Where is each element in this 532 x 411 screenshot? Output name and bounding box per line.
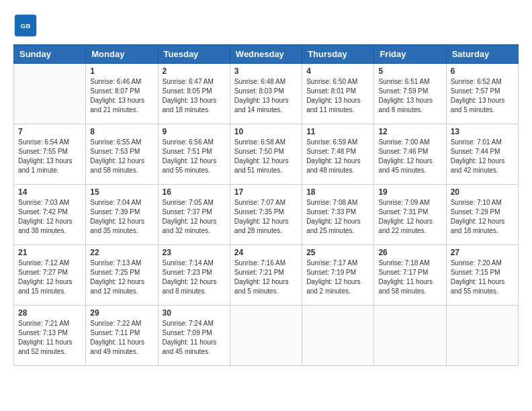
- day-info: Sunrise: 7:14 AM Sunset: 7:23 PM Dayligh…: [163, 259, 226, 296]
- day-info: Sunrise: 7:00 AM Sunset: 7:46 PM Dayligh…: [378, 138, 441, 175]
- day-info: Sunrise: 6:47 AM Sunset: 8:05 PM Dayligh…: [163, 77, 226, 115]
- day-number: 15: [90, 187, 153, 197]
- calendar-cell: 28Sunrise: 7:21 AM Sunset: 7:13 PM Dayli…: [14, 306, 86, 366]
- calendar-cell: 14Sunrise: 7:03 AM Sunset: 7:42 PM Dayli…: [14, 185, 86, 245]
- day-number: 7: [18, 127, 81, 136]
- calendar: SundayMondayTuesdayWednesdayThursdayFrid…: [13, 44, 519, 366]
- calendar-header-wednesday: Wednesday: [230, 45, 302, 64]
- calendar-week-row: 21Sunrise: 7:12 AM Sunset: 7:27 PM Dayli…: [14, 245, 519, 306]
- calendar-cell: 8Sunrise: 6:55 AM Sunset: 7:53 PM Daylig…: [86, 124, 158, 185]
- calendar-cell: [14, 64, 86, 124]
- day-number: 2: [163, 66, 226, 76]
- day-info: Sunrise: 7:03 AM Sunset: 7:42 PM Dayligh…: [18, 198, 81, 236]
- calendar-week-row: 1Sunrise: 6:46 AM Sunset: 8:07 PM Daylig…: [14, 64, 519, 124]
- day-info: Sunrise: 6:55 AM Sunset: 7:53 PM Dayligh…: [90, 138, 153, 175]
- calendar-week-row: 28Sunrise: 7:21 AM Sunset: 7:13 PM Dayli…: [14, 306, 519, 366]
- calendar-cell: 27Sunrise: 7:20 AM Sunset: 7:15 PM Dayli…: [446, 245, 518, 306]
- day-info: Sunrise: 6:54 AM Sunset: 7:55 PM Dayligh…: [18, 138, 81, 175]
- calendar-cell: 19Sunrise: 7:09 AM Sunset: 7:31 PM Dayli…: [374, 185, 446, 245]
- calendar-cell: [374, 306, 446, 366]
- day-info: Sunrise: 6:48 AM Sunset: 8:03 PM Dayligh…: [234, 77, 298, 115]
- calendar-header-thursday: Thursday: [302, 45, 374, 64]
- day-number: 23: [163, 248, 226, 257]
- calendar-cell: 25Sunrise: 7:17 AM Sunset: 7:19 PM Dayli…: [302, 245, 374, 306]
- calendar-cell: 15Sunrise: 7:04 AM Sunset: 7:39 PM Dayli…: [86, 185, 158, 245]
- day-info: Sunrise: 7:01 AM Sunset: 7:44 PM Dayligh…: [451, 138, 514, 175]
- logo-icon: GB: [13, 13, 38, 38]
- day-number: 8: [90, 127, 153, 136]
- calendar-header-friday: Friday: [374, 45, 446, 64]
- calendar-cell: 2Sunrise: 6:47 AM Sunset: 8:05 PM Daylig…: [158, 64, 230, 124]
- calendar-cell: [302, 306, 374, 366]
- calendar-cell: 22Sunrise: 7:13 AM Sunset: 7:25 PM Dayli…: [86, 245, 158, 306]
- calendar-cell: 17Sunrise: 7:07 AM Sunset: 7:35 PM Dayli…: [230, 185, 302, 245]
- day-number: 14: [18, 187, 81, 197]
- day-info: Sunrise: 6:52 AM Sunset: 7:57 PM Dayligh…: [451, 77, 514, 115]
- day-info: Sunrise: 7:10 AM Sunset: 7:29 PM Dayligh…: [451, 198, 514, 236]
- day-number: 17: [234, 187, 298, 197]
- day-info: Sunrise: 7:21 AM Sunset: 7:13 PM Dayligh…: [18, 319, 81, 357]
- header: GB: [13, 13, 519, 38]
- day-number: 20: [451, 187, 514, 197]
- day-info: Sunrise: 7:05 AM Sunset: 7:37 PM Dayligh…: [163, 198, 226, 236]
- day-info: Sunrise: 6:51 AM Sunset: 7:59 PM Dayligh…: [378, 77, 441, 115]
- calendar-cell: 18Sunrise: 7:08 AM Sunset: 7:33 PM Dayli…: [302, 185, 374, 245]
- day-number: 3: [234, 66, 298, 76]
- calendar-cell: 7Sunrise: 6:54 AM Sunset: 7:55 PM Daylig…: [14, 124, 86, 185]
- calendar-cell: 20Sunrise: 7:10 AM Sunset: 7:29 PM Dayli…: [446, 185, 518, 245]
- day-info: Sunrise: 7:12 AM Sunset: 7:27 PM Dayligh…: [18, 259, 81, 296]
- calendar-cell: [446, 306, 518, 366]
- day-info: Sunrise: 7:17 AM Sunset: 7:19 PM Dayligh…: [306, 259, 369, 296]
- day-number: 29: [90, 308, 153, 318]
- day-number: 24: [234, 248, 298, 257]
- day-number: 18: [306, 187, 369, 197]
- day-info: Sunrise: 7:08 AM Sunset: 7:33 PM Dayligh…: [306, 198, 369, 236]
- day-info: Sunrise: 7:07 AM Sunset: 7:35 PM Dayligh…: [234, 198, 298, 236]
- day-info: Sunrise: 6:46 AM Sunset: 8:07 PM Dayligh…: [90, 77, 153, 115]
- calendar-cell: 12Sunrise: 7:00 AM Sunset: 7:46 PM Dayli…: [374, 124, 446, 185]
- calendar-header-row: SundayMondayTuesdayWednesdayThursdayFrid…: [14, 45, 519, 64]
- day-info: Sunrise: 7:13 AM Sunset: 7:25 PM Dayligh…: [90, 259, 153, 296]
- day-number: 27: [451, 248, 514, 257]
- day-number: 4: [306, 66, 369, 76]
- day-info: Sunrise: 7:18 AM Sunset: 7:17 PM Dayligh…: [378, 259, 441, 296]
- day-number: 1: [90, 66, 153, 76]
- day-number: 22: [90, 248, 153, 257]
- day-number: 12: [378, 127, 441, 136]
- calendar-cell: 16Sunrise: 7:05 AM Sunset: 7:37 PM Dayli…: [158, 185, 230, 245]
- calendar-cell: 11Sunrise: 6:59 AM Sunset: 7:48 PM Dayli…: [302, 124, 374, 185]
- day-number: 6: [451, 66, 514, 76]
- calendar-cell: 5Sunrise: 6:51 AM Sunset: 7:59 PM Daylig…: [374, 64, 446, 124]
- calendar-week-row: 7Sunrise: 6:54 AM Sunset: 7:55 PM Daylig…: [14, 124, 519, 185]
- day-number: 16: [163, 187, 226, 197]
- day-info: Sunrise: 7:20 AM Sunset: 7:15 PM Dayligh…: [451, 259, 514, 296]
- calendar-cell: 30Sunrise: 7:24 AM Sunset: 7:09 PM Dayli…: [158, 306, 230, 366]
- day-number: 19: [378, 187, 441, 197]
- day-number: 13: [451, 127, 514, 136]
- calendar-cell: 29Sunrise: 7:22 AM Sunset: 7:11 PM Dayli…: [86, 306, 158, 366]
- calendar-cell: 13Sunrise: 7:01 AM Sunset: 7:44 PM Dayli…: [446, 124, 518, 185]
- calendar-cell: 10Sunrise: 6:58 AM Sunset: 7:50 PM Dayli…: [230, 124, 302, 185]
- day-info: Sunrise: 7:22 AM Sunset: 7:11 PM Dayligh…: [90, 319, 153, 357]
- calendar-header-saturday: Saturday: [446, 45, 518, 64]
- day-number: 10: [234, 127, 298, 136]
- calendar-header-sunday: Sunday: [14, 45, 86, 64]
- day-info: Sunrise: 7:16 AM Sunset: 7:21 PM Dayligh…: [234, 259, 298, 296]
- calendar-week-row: 14Sunrise: 7:03 AM Sunset: 7:42 PM Dayli…: [14, 185, 519, 245]
- calendar-cell: 1Sunrise: 6:46 AM Sunset: 8:07 PM Daylig…: [86, 64, 158, 124]
- day-info: Sunrise: 7:09 AM Sunset: 7:31 PM Dayligh…: [378, 198, 441, 236]
- day-info: Sunrise: 6:56 AM Sunset: 7:51 PM Dayligh…: [163, 138, 226, 175]
- calendar-cell: 3Sunrise: 6:48 AM Sunset: 8:03 PM Daylig…: [230, 64, 302, 124]
- day-number: 25: [306, 248, 369, 257]
- day-info: Sunrise: 7:24 AM Sunset: 7:09 PM Dayligh…: [163, 319, 226, 357]
- day-info: Sunrise: 7:04 AM Sunset: 7:39 PM Dayligh…: [90, 198, 153, 236]
- day-number: 26: [378, 248, 441, 257]
- logo: GB: [13, 13, 40, 38]
- calendar-cell: 21Sunrise: 7:12 AM Sunset: 7:27 PM Dayli…: [14, 245, 86, 306]
- svg-text:GB: GB: [21, 22, 31, 30]
- day-number: 9: [163, 127, 226, 136]
- calendar-cell: [230, 306, 302, 366]
- day-number: 5: [378, 66, 441, 76]
- day-number: 30: [163, 308, 226, 318]
- day-info: Sunrise: 6:50 AM Sunset: 8:01 PM Dayligh…: [306, 77, 369, 115]
